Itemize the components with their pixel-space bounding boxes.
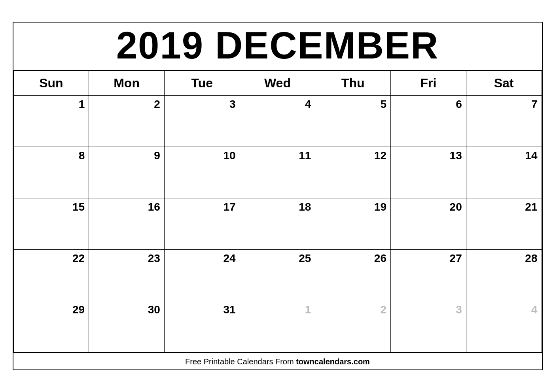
calendar-grid: SunMonTueWedThuFriSat 123456789101112131… bbox=[13, 71, 542, 352]
footer-text-normal: Free Printable Calendars From bbox=[185, 357, 296, 366]
calendar-cell: 25 bbox=[240, 250, 315, 301]
calendar-cell: 30 bbox=[89, 301, 165, 352]
calendar-footer: Free Printable Calendars From towncalend… bbox=[13, 352, 542, 369]
day-number: 30 bbox=[89, 303, 160, 316]
calendar-cell: 2 bbox=[89, 96, 165, 147]
calendar-cell: 15 bbox=[13, 198, 89, 250]
day-number: 6 bbox=[391, 98, 462, 111]
day-number: 25 bbox=[240, 252, 311, 265]
day-number: 5 bbox=[315, 98, 386, 111]
day-number: 23 bbox=[89, 252, 160, 265]
day-number: 2 bbox=[89, 98, 160, 111]
day-number: 11 bbox=[240, 149, 311, 162]
week-row-5: 2930311234 bbox=[13, 301, 542, 352]
day-header-mon: Mon bbox=[89, 71, 165, 96]
calendar-cell: 18 bbox=[240, 198, 315, 250]
day-number: 18 bbox=[240, 201, 311, 213]
day-number: 16 bbox=[89, 201, 160, 213]
calendar-cell: 16 bbox=[89, 198, 165, 250]
day-number: 9 bbox=[89, 149, 160, 162]
week-row-1: 1234567 bbox=[13, 96, 542, 147]
calendar-cell: 14 bbox=[466, 147, 542, 198]
day-number: 3 bbox=[165, 98, 236, 111]
day-number: 4 bbox=[466, 303, 538, 316]
week-row-4: 22232425262728 bbox=[13, 250, 542, 301]
calendar-cell: 20 bbox=[391, 198, 466, 250]
day-number: 26 bbox=[315, 252, 386, 265]
calendar-cell: 31 bbox=[164, 301, 240, 352]
calendar-cell: 26 bbox=[315, 250, 391, 301]
day-number: 14 bbox=[466, 149, 538, 162]
calendar-title: 2019 DECEMBER bbox=[13, 23, 542, 71]
calendar-cell: 1 bbox=[13, 96, 89, 147]
day-number: 22 bbox=[14, 252, 85, 265]
calendar-cell: 7 bbox=[466, 96, 542, 147]
calendar-cell: 22 bbox=[13, 250, 89, 301]
day-number: 20 bbox=[391, 201, 462, 213]
calendar-cell: 10 bbox=[164, 147, 240, 198]
calendar-cell: 29 bbox=[13, 301, 89, 352]
footer-text-bold: towncalendars.com bbox=[296, 357, 370, 366]
day-header-sun: Sun bbox=[13, 71, 89, 96]
week-row-3: 15161718192021 bbox=[13, 198, 542, 250]
day-number: 3 bbox=[391, 303, 462, 316]
day-number: 1 bbox=[14, 98, 85, 111]
calendar-cell: 17 bbox=[164, 198, 240, 250]
days-header-row: SunMonTueWedThuFriSat bbox=[13, 71, 542, 96]
calendar-cell: 19 bbox=[315, 198, 391, 250]
day-number: 15 bbox=[14, 201, 85, 213]
day-number: 27 bbox=[391, 252, 462, 265]
calendar-cell: 23 bbox=[89, 250, 165, 301]
calendar-cell: 24 bbox=[164, 250, 240, 301]
day-number: 13 bbox=[391, 149, 462, 162]
day-number: 19 bbox=[315, 201, 386, 213]
day-number: 10 bbox=[165, 149, 236, 162]
calendar-cell: 8 bbox=[13, 147, 89, 198]
day-number: 7 bbox=[466, 98, 538, 111]
calendar-container: 2019 DECEMBER SunMonTueWedThuFriSat 1234… bbox=[13, 22, 543, 370]
day-number: 4 bbox=[240, 98, 311, 111]
day-header-fri: Fri bbox=[391, 71, 466, 96]
day-number: 8 bbox=[14, 149, 85, 162]
day-header-tue: Tue bbox=[164, 71, 240, 96]
calendar-cell: 21 bbox=[466, 198, 542, 250]
day-header-wed: Wed bbox=[240, 71, 315, 96]
day-number: 2 bbox=[315, 303, 386, 316]
day-number: 17 bbox=[165, 201, 236, 213]
calendar-cell: 13 bbox=[391, 147, 466, 198]
day-number: 12 bbox=[315, 149, 386, 162]
week-row-2: 891011121314 bbox=[13, 147, 542, 198]
calendar-cell: 3 bbox=[391, 301, 466, 352]
day-header-thu: Thu bbox=[315, 71, 391, 96]
day-number: 24 bbox=[165, 252, 236, 265]
calendar-cell: 2 bbox=[315, 301, 391, 352]
calendar-cell: 27 bbox=[391, 250, 466, 301]
calendar-cell: 12 bbox=[315, 147, 391, 198]
calendar-cell: 11 bbox=[240, 147, 315, 198]
day-number: 28 bbox=[466, 252, 538, 265]
day-number: 31 bbox=[165, 303, 236, 316]
calendar-cell: 5 bbox=[315, 96, 391, 147]
calendar-cell: 6 bbox=[391, 96, 466, 147]
day-number: 29 bbox=[14, 303, 85, 316]
calendar-cell: 9 bbox=[89, 147, 165, 198]
calendar-cell: 1 bbox=[240, 301, 315, 352]
calendar-cell: 3 bbox=[164, 96, 240, 147]
day-header-sat: Sat bbox=[466, 71, 542, 96]
day-number: 21 bbox=[466, 201, 538, 213]
calendar-cell: 28 bbox=[466, 250, 542, 301]
calendar-cell: 4 bbox=[240, 96, 315, 147]
calendar-cell: 4 bbox=[466, 301, 542, 352]
day-number: 1 bbox=[240, 303, 311, 316]
